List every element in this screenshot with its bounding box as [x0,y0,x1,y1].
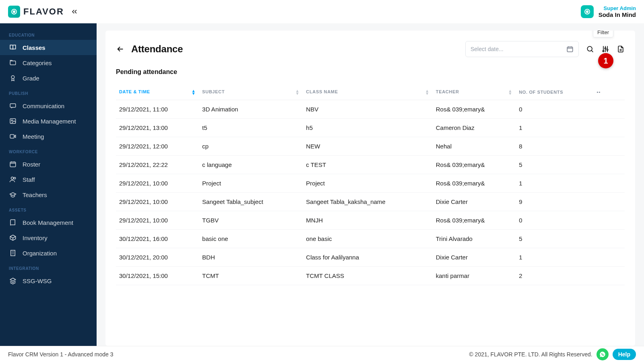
book-icon [9,219,17,226]
brand-logo[interactable]: FLAVOR [8,6,64,18]
section-heading: Pending attendance [116,68,625,76]
user-menu[interactable]: Super Admin Soda In Mind [599,5,636,18]
sidebar-item-roster[interactable]: Roster [0,156,97,172]
sidebar-item-media-management[interactable]: Media Management [0,113,97,129]
cell-subject: basic one [199,230,303,248]
sidebar-item-label: Staff [23,176,35,183]
cell-date: 29/12/2021, 10:00 [116,193,199,211]
date-picker[interactable]: Select date... [465,41,579,57]
sidebar-section-label: ASSETS [0,202,97,215]
sidebar-item-label: Book Management [23,219,73,226]
cell-class: one basic [303,230,432,248]
top-bar: FLAVOR Super Admin Soda In Mind [0,0,644,23]
table-row[interactable]: 29/12/2021, 11:003D AnimationNBVRos& 039… [116,100,625,119]
cell-count: 9 [516,193,593,211]
back-button[interactable] [116,45,125,53]
svg-rect-9 [10,135,14,138]
cell-subject: 3D Animation [199,100,303,119]
cell-count: 1 [516,119,593,137]
table-row[interactable]: 29/12/2021, 10:00Sangeet Tabla_subjectSa… [116,193,625,211]
row-actions[interactable] [594,156,625,174]
filter-button[interactable] [601,45,609,53]
svg-rect-6 [10,104,16,107]
sidebar-item-label: SSG-WSG [23,278,52,284]
cell-class: MNJH [303,211,432,230]
sidebar-item-ssg-wsg[interactable]: SSG-WSG [0,273,97,288]
calendar-icon [9,160,17,168]
sidebar-item-label: Media Management [23,118,76,125]
cell-count: 2 [516,267,593,285]
brand-name: FLAVOR [23,6,64,17]
sidebar-item-label: Meeting [23,133,44,140]
cell-date: 29/12/2021, 13:00 [116,119,199,137]
table-row[interactable]: 29/12/2021, 13:00t5h5Cameron Diaz1 [116,119,625,137]
cell-teacher: Ros& 039;emary& [433,100,516,119]
sidebar-collapse-button[interactable] [70,8,78,16]
row-actions[interactable] [594,230,625,248]
column-header[interactable]: TEACHER▲▼ [433,84,516,100]
svg-point-3 [586,11,588,13]
sidebar-item-communication[interactable]: Communication [0,98,97,113]
cell-teacher: Ros& 039;emary& [433,211,516,230]
table-row[interactable]: 30/12/2021, 20:00BDHClass for Aalilyanna… [116,248,625,267]
sidebar-item-label: Organization [23,250,57,257]
footer: Flavor CRM Version 1 - Advanced mode 3 ©… [0,346,644,362]
row-actions[interactable] [594,211,625,230]
row-actions[interactable] [594,193,625,211]
calendar-icon [566,45,574,53]
cell-date: 29/12/2021, 22:22 [116,156,199,174]
cell-teacher: Cameron Diaz [433,119,516,137]
help-button[interactable]: Help [613,349,636,360]
row-actions[interactable] [594,248,625,267]
cell-teacher: kanti parmar [433,267,516,285]
sidebar-item-grade[interactable]: Grade [0,70,97,86]
svg-point-16 [603,50,604,51]
column-header[interactable]: SUBJECT▲▼ [199,84,303,100]
row-actions[interactable] [594,119,625,137]
table-row[interactable]: 29/12/2021, 10:00ProjectProjectRos& 039;… [116,174,625,193]
user-avatar-icon[interactable] [581,5,594,18]
cell-subject: TCMT [199,267,303,285]
cell-teacher: Ros& 039;emary& [433,174,516,193]
filter-tooltip: Filter [593,31,613,37]
sidebar-item-classes[interactable]: Classes [0,40,97,55]
cell-count: 1 [516,174,593,193]
column-header[interactable]: CLASS NAME▲▼ [303,84,432,100]
cell-teacher: Ros& 039;emary& [433,156,516,174]
sidebar-item-categories[interactable]: Categories [0,55,97,70]
table-row[interactable]: 29/12/2021, 10:00TGBVMNJHRos& 039;emary&… [116,211,625,230]
sidebar-item-meeting[interactable]: Meeting [0,129,97,144]
cell-count: 0 [516,100,593,119]
table-row[interactable]: 29/12/2021, 12:00cpNEWNehal8 [116,137,625,156]
table-row[interactable]: 30/12/2021, 15:00TCMTTCMT CLASSkanti par… [116,267,625,285]
cell-date: 29/12/2021, 11:00 [116,100,199,119]
table-row[interactable]: 30/12/2021, 16:00basic oneone basicTrini… [116,230,625,248]
search-button[interactable] [586,45,594,53]
cell-date: 30/12/2021, 16:00 [116,230,199,248]
table-row[interactable]: 29/12/2021, 22:22c languagec TESTRos& 03… [116,156,625,174]
sidebar-item-teachers[interactable]: Teachers [0,187,97,202]
column-header[interactable]: DATE & TIME▲▼ [116,84,199,100]
cell-subject: Project [199,174,303,193]
export-button[interactable] [617,45,625,53]
svg-point-12 [14,177,16,179]
row-actions[interactable] [594,137,625,156]
cell-teacher: Dixie Carter [433,193,516,211]
sidebar-section-label: INTEGRATION [0,261,97,273]
cell-subject: c language [199,156,303,174]
sidebar-item-inventory[interactable]: Inventory [0,230,97,245]
sidebar-item-label: Roster [23,161,40,168]
sidebar-item-label: Grade [23,75,39,82]
sidebar-item-staff[interactable]: Staff [0,172,97,187]
svg-point-1 [13,11,15,13]
sidebar-item-book-management[interactable]: Book Management [0,215,97,230]
sidebar-item-label: Inventory [23,234,47,241]
row-actions[interactable] [594,100,625,119]
sidebar-item-organization[interactable]: Organization [0,245,97,261]
row-actions[interactable] [594,267,625,285]
whatsapp-button[interactable] [597,348,609,360]
book-open-icon [9,44,17,51]
svg-point-8 [11,120,12,121]
row-actions[interactable] [594,174,625,193]
sidebar-item-label: Teachers [23,191,47,198]
